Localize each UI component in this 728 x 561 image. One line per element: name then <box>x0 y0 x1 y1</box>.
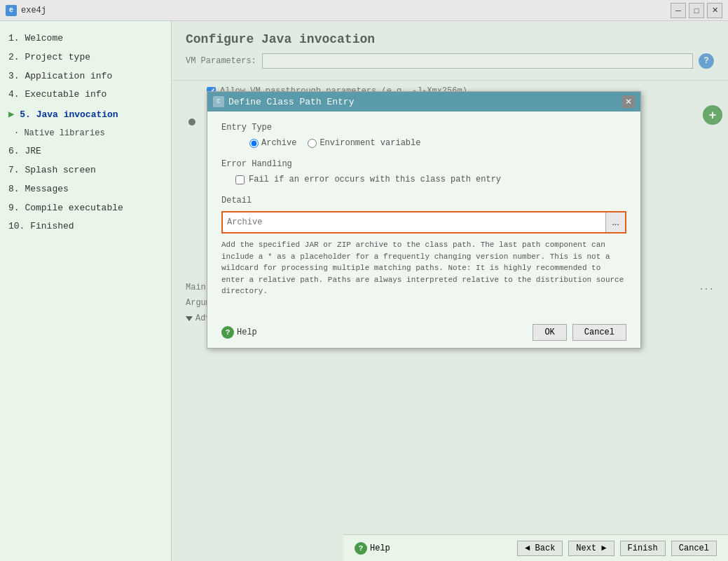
dialog-ok-button[interactable]: OK <box>533 324 566 341</box>
sidebar-item-java-invocation[interactable]: ▶ 5. Java invocation <box>6 104 165 125</box>
fail-checkbox-label: Fail if an error occurs with this class … <box>249 175 501 184</box>
dialog-titlebar: C Define Class Path Entry ✕ <box>207 92 640 111</box>
minimize-button[interactable]: ─ <box>671 3 686 18</box>
error-handling-section: Error Handling Fail if an error occurs w… <box>221 159 626 184</box>
sidebar-item-jre[interactable]: 6. JRE <box>6 142 165 161</box>
dialog-footer: ? Help OK Cancel <box>207 317 640 348</box>
dialog-body: Entry Type Archive Environment variable <box>207 111 640 317</box>
footer-help-label: Help <box>370 543 390 553</box>
content-area: Configure Java invocation VM Parameters:… <box>172 21 728 561</box>
archive-browse-button[interactable]: ... <box>605 212 625 232</box>
radio-archive-label: Archive <box>261 138 296 148</box>
title-bar: e exe4j ─ □ ✕ <box>0 0 728 21</box>
sidebar-item-app-info[interactable]: 3. Application info <box>6 67 165 86</box>
radio-archive: Archive <box>249 138 296 148</box>
cancel-button[interactable]: Cancel <box>671 541 717 556</box>
sidebar-item-native-libs[interactable]: · Native libraries <box>6 125 165 142</box>
next-button[interactable]: Next ► <box>568 541 614 556</box>
footer-help-button[interactable]: ? Help <box>355 542 390 555</box>
radio-archive-input[interactable] <box>249 139 259 148</box>
modal-overlay: C Define Class Path Entry ✕ Entry Type A… <box>172 21 728 561</box>
app-footer: ? Help ◄ Back Next ► Finish Cancel <box>343 534 728 561</box>
dialog-close-button[interactable]: ✕ <box>622 95 635 108</box>
fail-checkbox[interactable] <box>235 175 245 184</box>
footer-help-icon: ? <box>355 542 367 555</box>
sidebar-item-project-type[interactable]: 2. Project type <box>6 48 165 67</box>
detail-label: Detail <box>221 196 626 205</box>
help-icon: ? <box>221 326 234 339</box>
description-text: Add the specified JAR or ZIP archive to … <box>221 239 626 297</box>
fail-checkbox-row: Fail if an error occurs with this class … <box>221 175 626 184</box>
sidebar: 1. Welcome 2. Project type 3. Applicatio… <box>0 21 172 561</box>
title-bar-text: exe4j <box>21 6 46 15</box>
radio-env-var-label: Environment variable <box>320 138 420 148</box>
dialog-title-icon: C <box>213 96 224 107</box>
dialog-title-text: Define Class Path Entry <box>228 97 622 107</box>
detail-section: Detail ... Add the specified JAR or ZIP … <box>221 196 626 297</box>
sidebar-item-messages[interactable]: 8. Messages <box>6 180 165 199</box>
app-icon: e <box>6 5 17 16</box>
dialog-cancel-button[interactable]: Cancel <box>572 324 626 341</box>
radio-env-var: Environment variable <box>308 138 420 148</box>
finish-button[interactable]: Finish <box>620 541 666 556</box>
sidebar-item-finished[interactable]: 10. Finished <box>6 217 165 236</box>
archive-input-row: ... <box>221 211 626 234</box>
radio-env-var-input[interactable] <box>308 139 317 148</box>
entry-type-label: Entry Type <box>221 123 626 133</box>
sidebar-item-compile-exec[interactable]: 9. Compile executable <box>6 199 165 218</box>
sidebar-item-welcome[interactable]: 1. Welcome <box>6 29 165 48</box>
dialog-help-label: Help <box>237 327 257 337</box>
maximize-button[interactable]: □ <box>689 3 704 18</box>
close-button[interactable]: ✕ <box>707 3 722 18</box>
sidebar-item-splash-screen[interactable]: 7. Splash screen <box>6 161 165 180</box>
sidebar-item-exec-info[interactable]: 4. Executable info <box>6 86 165 104</box>
entry-type-radio-row: Archive Environment variable <box>221 138 626 148</box>
back-button[interactable]: ◄ Back <box>517 541 563 556</box>
window-controls: ─ □ ✕ <box>671 3 722 18</box>
dialog-help-button[interactable]: ? Help <box>221 326 257 339</box>
archive-input[interactable] <box>223 212 605 232</box>
error-handling-label: Error Handling <box>221 159 626 169</box>
main-layout: 1. Welcome 2. Project type 3. Applicatio… <box>0 21 728 561</box>
define-classpath-dialog: C Define Class Path Entry ✕ Entry Type A… <box>207 91 641 349</box>
